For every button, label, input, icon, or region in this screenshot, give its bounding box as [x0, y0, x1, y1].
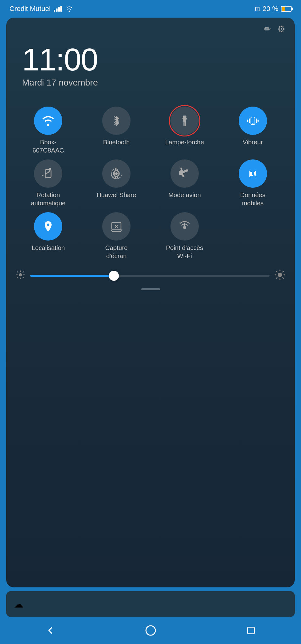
bluetooth-label: Bluetooth [103, 138, 130, 146]
svg-point-9 [252, 123, 253, 124]
hotspot-label: Point d'accèsWi-Fi [166, 244, 203, 260]
battery-percent: 20 % [263, 5, 278, 13]
qs-hotspot[interactable]: Point d'accèsWi-Fi [152, 212, 217, 260]
svg-rect-20 [248, 627, 254, 634]
brightness-low-icon [16, 270, 25, 281]
qs-location[interactable]: Localisation [16, 212, 81, 260]
location-label: Localisation [32, 244, 65, 252]
huawei-share-toggle-icon[interactable] [102, 159, 131, 188]
airplane-toggle-icon[interactable] [170, 159, 199, 188]
qs-wifi[interactable]: Bbox-607C8AAC [16, 107, 81, 154]
wifi-label: Bbox-607C8AAC [32, 138, 64, 154]
hotspot-toggle-icon[interactable] [170, 212, 199, 241]
svg-rect-3 [249, 119, 250, 123]
status-bar: Credit Mutuel ⊡ 20 % [0, 0, 301, 18]
rotation-label: Rotationautomatique [31, 191, 65, 207]
qs-mobile-data[interactable]: 1↑ Donnéesmobiles [220, 159, 285, 207]
home-button[interactable] [141, 621, 160, 640]
vibrate-icon: ⊡ [255, 5, 260, 13]
brightness-high-icon [275, 269, 285, 282]
svg-point-19 [146, 626, 155, 635]
status-right: ⊡ 20 % [255, 5, 292, 13]
qs-rotation[interactable]: Rotationautomatique [16, 159, 81, 207]
huawei-share-label: Huawei Share [97, 191, 136, 199]
qs-flashlight[interactable]: Lampe-torche [152, 107, 217, 154]
flashlight-label: Lampe-torche [165, 138, 204, 146]
clock-date: Mardi 17 novembre [22, 78, 279, 88]
weather-icon: ☁ [14, 599, 23, 610]
bluetooth-toggle-icon[interactable] [102, 107, 131, 135]
mobile-data-toggle-icon[interactable]: 1↑ [239, 159, 267, 188]
recents-button[interactable] [242, 621, 260, 640]
svg-point-12 [115, 173, 117, 175]
navigation-bar [0, 617, 301, 644]
airplane-label: Mode avion [168, 191, 201, 199]
wifi-status-icon [65, 6, 73, 12]
battery-icon [281, 6, 292, 12]
signal-icon [54, 6, 62, 12]
qs-bluetooth[interactable]: Bluetooth [84, 107, 149, 154]
settings-icon[interactable]: ⚙ [277, 24, 285, 34]
qs-screenshot[interactable]: Captured'écran [84, 212, 149, 260]
carrier-label: Credit Mutuel [9, 5, 51, 13]
location-toggle-icon[interactable] [34, 212, 62, 241]
panel-top-icons: ✏ ⚙ [6, 18, 295, 37]
wifi-toggle-icon[interactable] [34, 107, 62, 135]
brightness-row [6, 263, 295, 288]
vibrate-toggle-icon[interactable] [239, 107, 267, 135]
swipe-handle[interactable] [6, 288, 295, 295]
svg-point-18 [278, 273, 282, 277]
svg-text:1↑: 1↑ [250, 171, 255, 177]
vibrate-label: Vibreur [243, 138, 263, 146]
screenshot-toggle-icon[interactable] [102, 212, 131, 241]
screenshot-label: Captured'écran [105, 244, 128, 260]
svg-rect-4 [256, 119, 257, 123]
svg-rect-6 [257, 119, 259, 122]
notification-panel: ✏ ⚙ 11:00 Mardi 17 novembre Bbox-607C8AA… [6, 18, 295, 587]
clock-area: 11:00 Mardi 17 novembre [6, 37, 295, 100]
svg-point-17 [19, 273, 22, 276]
qs-vibrate[interactable]: Vibreur [220, 107, 285, 154]
brightness-slider[interactable] [30, 275, 270, 277]
notification-card[interactable]: ☁ [6, 591, 295, 617]
qs-airplane[interactable]: Mode avion [152, 159, 217, 207]
qs-huawei-share[interactable]: Huawei Share [84, 159, 149, 207]
rotation-toggle-icon[interactable] [34, 159, 62, 188]
clock-time: 11:00 [22, 44, 279, 75]
svg-rect-0 [183, 116, 186, 118]
back-button[interactable] [41, 621, 60, 640]
svg-rect-5 [247, 119, 248, 122]
quick-settings-grid: Bbox-607C8AAC Bluetooth La [6, 100, 295, 263]
mobile-data-label: Donnéesmobiles [240, 191, 265, 207]
flashlight-toggle-icon[interactable] [170, 107, 199, 135]
svg-rect-15 [112, 222, 121, 229]
edit-icon[interactable]: ✏ [264, 24, 271, 34]
